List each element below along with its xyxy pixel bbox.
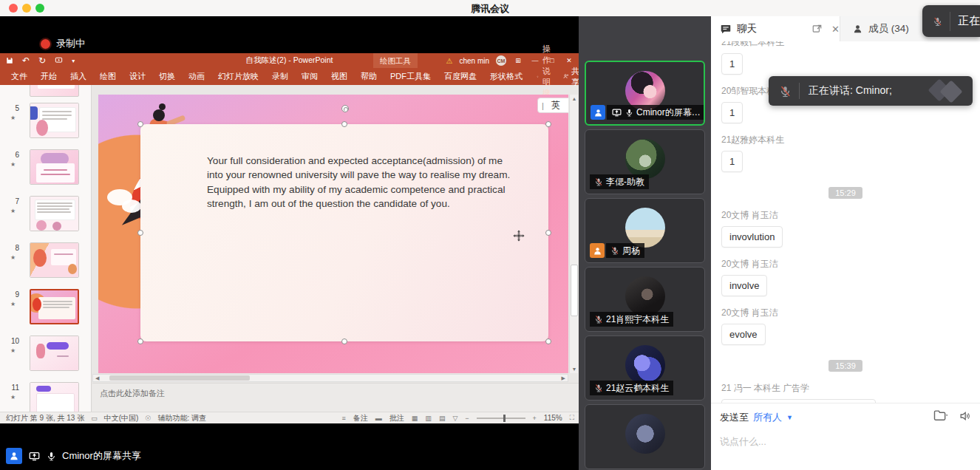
participant-tile[interactable]: 周杨 xyxy=(585,198,705,263)
slide-thumbnail-panel[interactable]: 5★6★7★8★9★10★11★ xyxy=(0,85,92,412)
ppt-menu-item[interactable]: 动画 xyxy=(182,71,211,82)
selection-handle[interactable] xyxy=(545,121,551,127)
participant-tile[interactable] xyxy=(585,404,705,469)
accessibility-icon: ☉ xyxy=(145,415,151,422)
ime-language[interactable]: 英 xyxy=(551,99,560,112)
chat-message-bubble[interactable]: invovlution xyxy=(721,226,783,248)
chat-message-bubble[interactable]: evolve xyxy=(721,324,766,345)
notes-toggle[interactable]: 备注 xyxy=(353,413,368,423)
ppt-menu-item[interactable]: 文件 xyxy=(4,71,34,82)
reading-view-icon[interactable]: ▤ xyxy=(439,415,446,422)
zoom-slider-knob[interactable] xyxy=(503,415,506,422)
account-name[interactable]: chen min xyxy=(459,57,489,65)
send-file-icon[interactable] xyxy=(933,409,948,422)
ppt-menu-item[interactable]: 切换 xyxy=(152,71,182,82)
participant-tile[interactable]: 21肖熙宇本科生 xyxy=(585,267,705,332)
selection-handle[interactable] xyxy=(137,230,143,236)
ppt-menu-item[interactable]: 视图 xyxy=(324,71,354,82)
send-target-selector[interactable]: 所有人 xyxy=(753,411,782,424)
ppt-menu-item[interactable]: 绘图 xyxy=(93,71,123,82)
speaking-toast-text: 正在讲话: Cminor; xyxy=(809,84,892,98)
mic-muted-icon xyxy=(594,383,603,393)
ribbon-options-icon[interactable]: ⊞ xyxy=(513,57,523,64)
zoom-slider[interactable] xyxy=(477,418,525,419)
sound-icon[interactable] xyxy=(959,410,971,422)
ppt-menu-item[interactable]: 幻灯片放映 xyxy=(211,71,265,82)
rotation-handle[interactable] xyxy=(341,105,349,112)
horizontal-scrollbar[interactable]: ◀ ▶ xyxy=(92,374,568,382)
ppt-menu-item[interactable]: 插入 xyxy=(64,71,93,82)
chat-input[interactable] xyxy=(720,436,964,447)
selection-handle[interactable] xyxy=(545,230,551,236)
vertical-scrollbar[interactable]: ▲ ▼ xyxy=(569,95,578,373)
ppt-menu-item[interactable]: 开始 xyxy=(34,71,64,82)
gear-icon[interactable]: ⚙ xyxy=(568,101,568,111)
sorter-view-icon[interactable]: ▥ xyxy=(425,415,432,422)
participant-tile[interactable]: 李偲-助教 xyxy=(585,129,705,194)
ime-toolbar[interactable]: | 英 ⚙ xyxy=(537,98,568,113)
close-icon[interactable]: ✕ xyxy=(831,24,840,35)
window-close-button[interactable]: ✕ xyxy=(564,57,574,64)
slide-thumbnail-8[interactable] xyxy=(30,242,79,278)
chevron-down-icon[interactable]: ▼ xyxy=(786,414,793,421)
ppt-context-tab[interactable]: 绘图工具 xyxy=(373,53,418,68)
slide-thumbnail-9[interactable] xyxy=(30,289,79,324)
accessibility-status[interactable]: 辅助功能: 调查 xyxy=(157,413,206,423)
chat-message-bubble[interactable]: involve xyxy=(721,275,767,296)
screen-share-icon xyxy=(28,451,41,462)
scrollbar-thumb[interactable] xyxy=(571,265,578,316)
comments-icon[interactable]: ▬ xyxy=(375,415,382,422)
ppt-menu-item[interactable]: 设计 xyxy=(123,71,152,82)
slide-number: 9 xyxy=(7,290,19,299)
scroll-right-icon[interactable]: ▶ xyxy=(562,375,565,381)
transition-star-icon: ★ xyxy=(10,115,16,121)
chat-message-bubble[interactable]: 1 xyxy=(721,102,743,123)
share-button[interactable]: 共享 xyxy=(563,66,579,88)
ppt-menu-item[interactable]: PDF工具集 xyxy=(384,71,438,82)
slide-thumbnail-6[interactable] xyxy=(30,149,79,185)
language-status[interactable]: 中文(中国) xyxy=(104,413,139,423)
chat-message-bubble[interactable]: 1 xyxy=(721,151,743,172)
selection-handle[interactable] xyxy=(137,121,143,127)
slide-thumbnail-5[interactable] xyxy=(30,103,79,138)
notes-pane[interactable]: 点击此处添加备注 xyxy=(92,383,579,412)
selection-handle[interactable] xyxy=(341,121,347,127)
scrollbar-thumb[interactable] xyxy=(109,375,250,381)
ppt-menu-item[interactable]: 录制 xyxy=(265,71,295,82)
mic-muted-icon[interactable] xyxy=(933,13,942,30)
popout-icon[interactable] xyxy=(811,24,823,34)
ppt-menu-item[interactable]: 百度网盘 xyxy=(438,71,483,82)
scroll-down-icon[interactable]: ▼ xyxy=(570,367,579,372)
participant-label: 21赵云鹤本科生 xyxy=(590,381,673,395)
display-icon[interactable]: ▭ xyxy=(91,415,98,422)
ppt-menu-item[interactable]: 审阅 xyxy=(295,71,324,82)
ppt-menu-item[interactable]: 帮助 xyxy=(354,71,384,82)
selection-handle[interactable] xyxy=(137,338,143,344)
comments-toggle[interactable]: 批注 xyxy=(389,413,404,423)
participant-tile[interactable]: 21赵云鹤本科生 xyxy=(585,336,705,401)
slide-canvas[interactable]: Your full consideration and expected acc… xyxy=(98,95,568,373)
zoom-out-icon[interactable]: − xyxy=(465,415,469,422)
ppt-menu-item[interactable]: 形状格式 xyxy=(483,71,529,82)
participant-label: Cminor的屏幕… xyxy=(591,105,705,120)
slide-thumbnail-7[interactable] xyxy=(30,196,79,231)
slide-thumbnail-11[interactable] xyxy=(30,382,79,412)
chat-message-bubble[interactable]: 1 xyxy=(721,53,743,75)
fit-slide-icon[interactable]: ⛶ xyxy=(570,414,574,422)
notes-toggle-icon[interactable]: ≡ xyxy=(342,415,346,422)
participant-tile[interactable]: Cminor的屏幕… xyxy=(585,61,705,126)
slide-thumbnail-10[interactable] xyxy=(30,336,79,371)
normal-view-icon[interactable]: ▦ xyxy=(412,415,418,422)
scroll-up-icon[interactable]: ▲ xyxy=(570,96,579,101)
selection-handle[interactable] xyxy=(341,338,347,344)
notes-placeholder[interactable]: 点击此处添加备注 xyxy=(100,388,165,399)
slideshow-view-icon[interactable]: ▽ xyxy=(452,415,457,422)
slide-text-box[interactable]: Your full consideration and expected acc… xyxy=(140,124,548,341)
floating-meeting-bar[interactable]: 正在 xyxy=(922,5,980,37)
zoom-level[interactable]: 115% xyxy=(544,414,562,422)
scroll-left-icon[interactable]: ◀ xyxy=(95,375,99,381)
zoom-in-icon[interactable]: + xyxy=(533,415,537,422)
selection-handle[interactable] xyxy=(545,338,551,344)
account-avatar[interactable]: CM xyxy=(496,55,506,66)
floating-bar-text: 正在 xyxy=(958,14,980,28)
